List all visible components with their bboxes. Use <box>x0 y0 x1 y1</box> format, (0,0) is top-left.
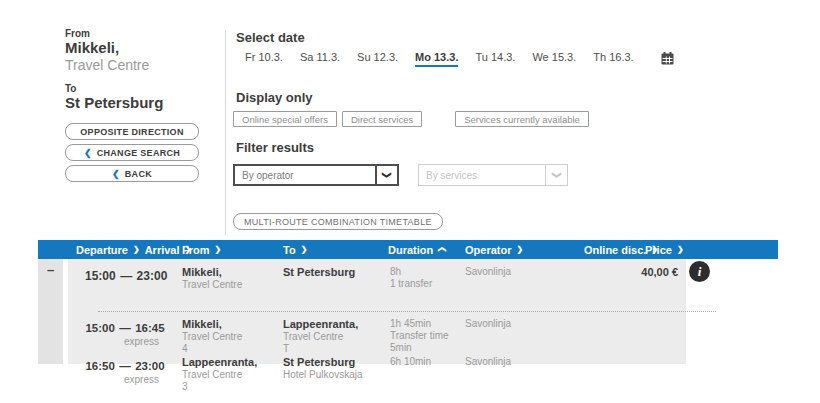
filter-dropdowns: By operator ❯ By services ❯ <box>233 164 568 186</box>
timetable-search-page: From Mikkeli, Travel Centre To St Peters… <box>0 0 820 403</box>
journey-rows: 15:00 — 23:00 Mikkeli, Travel Centre St … <box>68 259 686 364</box>
dash-icon: — <box>120 269 132 283</box>
sort-active-chevron-up-icon: ❯ <box>437 246 446 253</box>
by-services-value: By services <box>419 165 545 185</box>
by-services-dropdown[interactable]: By services ❯ <box>418 164 568 186</box>
leg-duration: 1h 45min Transfer time 5min <box>390 318 449 354</box>
sort-chevron-icon: ❯ <box>133 245 140 254</box>
departure-time: 15:00 <box>85 269 116 283</box>
online-special-offers-label: Online special offers <box>242 114 328 125</box>
date-option-mo-selected[interactable]: Mo 13.3. <box>415 51 458 67</box>
header-departure[interactable]: Departure <box>76 244 128 256</box>
from-detail: Travel Centre <box>65 57 199 74</box>
leg-to: Lappeenranta, Travel Centre T <box>283 318 358 355</box>
journey-to: St Petersburg <box>283 266 355 279</box>
leg-times: 15:00 — 16:45 express <box>85 318 165 348</box>
to-label: To <box>65 83 199 94</box>
sort-chevron-icon: ❯ <box>215 245 222 254</box>
sort-chevron-icon: ❯ <box>301 245 308 254</box>
date-option-su[interactable]: Su 12.3. <box>357 51 398 65</box>
date-selector: Fr 10.3. Sa 11.3. Su 12.3. Mo 13.3. Tu 1… <box>245 51 674 67</box>
calendar-icon[interactable] <box>661 52 674 65</box>
row-toggle-strip: – <box>38 259 63 364</box>
multi-route-combination-timetable-button[interactable]: MULTI-ROUTE COMBINATION TIMETABLE <box>233 213 443 230</box>
opposite-direction-label: OPPOSITE DIRECTION <box>80 127 183 137</box>
direct-services-button[interactable]: Direct services <box>342 111 422 127</box>
date-option-th[interactable]: Th 16.3. <box>593 51 633 65</box>
departure-time: 15:00 <box>85 322 114 334</box>
opposite-direction-button[interactable]: OPPOSITE DIRECTION <box>65 123 199 140</box>
header-duration[interactable]: Duration <box>388 244 433 256</box>
departure-time: 16:50 <box>85 360 114 372</box>
change-search-label: CHANGE SEARCH <box>97 148 180 158</box>
to-city: St Petersburg <box>65 94 199 112</box>
info-icon[interactable]: i <box>689 261 710 282</box>
leg-operator: Savonlinja <box>465 356 511 368</box>
express-tag: express <box>85 374 165 386</box>
direct-services-label: Direct services <box>351 114 413 125</box>
header-price[interactable]: Price <box>645 244 672 256</box>
journey-times: 15:00 — 23:00 <box>85 266 165 284</box>
from-city: Mikkeli, <box>65 39 199 57</box>
journey-price: 40,00 € <box>598 266 678 278</box>
vertical-divider <box>225 30 226 235</box>
leg-from: Mikkeli, Travel Centre 4 <box>182 318 242 355</box>
date-option-sa[interactable]: Sa 11.3. <box>300 51 340 65</box>
leg-times: 16:50 — 23:00 express <box>85 356 165 386</box>
arrival-time: 16:45 <box>135 322 164 334</box>
date-option-tu[interactable]: Tu 14.3. <box>475 51 515 65</box>
online-special-offers-button[interactable]: Online special offers <box>233 111 337 127</box>
results-table: Departure ❯ Arrival ❯ From ❯ To ❯ Durati… <box>38 240 778 370</box>
sort-chevron-icon: ❯ <box>516 245 523 254</box>
select-date-title: Select date <box>236 30 305 45</box>
dash-icon: — <box>119 360 131 372</box>
header-to[interactable]: To <box>283 244 296 256</box>
chevron-left-icon: ❮ <box>84 148 92 158</box>
sort-chevron-icon: ❯ <box>677 245 684 254</box>
leg-to: St Petersburg Hotel Pulkovskaja <box>283 356 362 381</box>
journey-duration: 8h 1 transfer <box>390 266 432 290</box>
chevron-left-icon: ❮ <box>112 169 120 179</box>
arrival-time: 23:00 <box>135 360 164 372</box>
multi-route-label: MULTI-ROUTE COMBINATION TIMETABLE <box>244 217 432 227</box>
display-only-title: Display only <box>236 90 313 105</box>
date-option-fr[interactable]: Fr 10.3. <box>245 51 283 65</box>
change-search-button[interactable]: ❮ CHANGE SEARCH <box>65 144 199 161</box>
header-arrival[interactable]: Arrival <box>145 244 180 256</box>
back-label: BACK <box>125 169 152 179</box>
leg-operator: Savonlinja <box>465 318 511 330</box>
collapse-row-toggle[interactable]: – <box>38 263 63 277</box>
journey-operator: Savonlinja <box>465 266 511 278</box>
by-operator-dropdown[interactable]: By operator ❯ <box>233 164 399 186</box>
back-button[interactable]: ❮ BACK <box>65 165 199 182</box>
display-only-options: Online special offers Direct services Se… <box>233 111 594 127</box>
services-currently-available-button[interactable]: Services currently available <box>455 111 589 127</box>
header-operator[interactable]: Operator <box>465 244 511 256</box>
from-label: From <box>65 28 199 39</box>
table-header: Departure ❯ Arrival ❯ From ❯ To ❯ Durati… <box>38 240 778 259</box>
chevron-down-icon: ❯ <box>375 166 397 184</box>
express-tag: express <box>85 336 165 348</box>
dash-icon: — <box>119 322 131 334</box>
route-summary-sidebar: From Mikkeli, Travel Centre To St Peters… <box>65 28 199 186</box>
services-currently-available-label: Services currently available <box>464 114 580 125</box>
header-from[interactable]: From <box>182 244 210 256</box>
date-option-we[interactable]: We 15.3. <box>532 51 576 65</box>
header-online-disc[interactable]: Online disc. <box>584 244 646 256</box>
leg-duration: 6h 10min <box>390 356 431 368</box>
filter-results-title: Filter results <box>236 140 314 155</box>
leg-from: Lappeenranta, Travel Centre 3 <box>182 356 257 393</box>
arrival-time: 23:00 <box>137 269 168 283</box>
chevron-down-icon: ❯ <box>545 165 567 185</box>
journey-from: Mikkeli, Travel Centre <box>182 266 242 291</box>
by-operator-value: By operator <box>235 166 375 184</box>
row-separator <box>98 311 716 312</box>
